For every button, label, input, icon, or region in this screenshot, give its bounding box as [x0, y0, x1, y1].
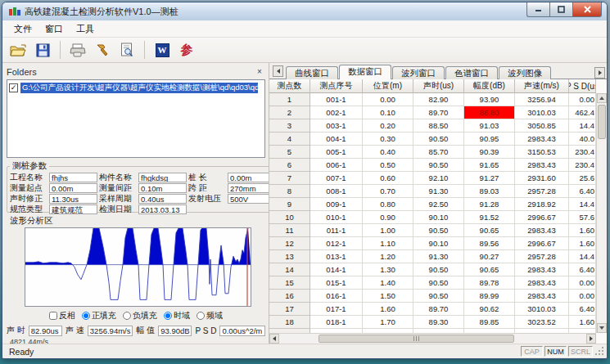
print-button[interactable] [67, 40, 88, 61]
table-cell[interactable]: 91.30 [413, 185, 464, 198]
table-cell[interactable]: 1.40 [363, 276, 413, 290]
row-header-cell[interactable]: 11 [269, 224, 310, 237]
tree-item-checkbox[interactable]: ✓ [9, 83, 18, 92]
param-value[interactable]: 0.00m [228, 173, 273, 182]
scroll-right-button[interactable] [586, 334, 596, 344]
table-row[interactable]: 17017-11.6089.7090.623010.036.40 [269, 303, 596, 316]
table-cell[interactable]: 89.70 [413, 303, 464, 316]
table-cell[interactable]: 88.50 [413, 119, 464, 133]
row-header-cell[interactable]: 9 [269, 198, 310, 211]
invert-checkbox[interactable]: 反相 [49, 310, 75, 321]
param-value[interactable]: 0.40us [138, 194, 187, 204]
row-header-cell[interactable]: 16 [269, 290, 310, 303]
table-cell[interactable]: 004-1 [310, 133, 363, 146]
table-row[interactable]: 2002-10.1089.7086.803010.03462.4 [269, 106, 596, 119]
param-value[interactable]: 0.10m [138, 183, 187, 193]
tab-色谱窗口[interactable]: 色谱窗口 [445, 66, 498, 79]
table-cell[interactable]: 1.60 [569, 237, 596, 250]
menu-file[interactable]: 文件 [7, 21, 38, 37]
table-cell[interactable]: 1.30 [363, 263, 413, 276]
readout-value[interactable]: 82.90us [29, 326, 62, 336]
row-header-cell[interactable]: 13 [269, 250, 310, 263]
param-value[interactable]: fhjhs [49, 173, 97, 182]
table-cell[interactable]: 90.50 [413, 276, 464, 290]
table-cell[interactable]: 90.95 [464, 133, 515, 146]
param-value[interactable]: 11.30us [49, 194, 97, 204]
table-cell[interactable]: 90.10 [413, 237, 464, 250]
preview-button[interactable] [116, 40, 138, 61]
table-cell[interactable]: 1.60 [363, 303, 413, 316]
table-cell[interactable]: 017-1 [310, 303, 363, 316]
tab-曲线窗口[interactable]: 曲线窗口 [286, 66, 338, 79]
table-cell[interactable]: 3010.03 [515, 303, 569, 316]
table-cell[interactable]: 006-1 [310, 159, 363, 172]
table-cell[interactable]: 0.60 [363, 172, 413, 185]
table-cell[interactable]: 6.40 [569, 185, 596, 198]
table-row[interactable]: 12012-11.1090.1089.562996.671.60 [269, 237, 596, 250]
table-cell[interactable]: 1.70 [363, 316, 413, 329]
table-cell[interactable]: 86.80 [464, 106, 515, 119]
readout-value[interactable]: 3256.94m/s [88, 326, 133, 336]
row-header-cell[interactable]: 7 [269, 172, 310, 185]
table-cell[interactable]: 008-1 [310, 185, 363, 198]
table-row[interactable]: 15015-11.4090.5089.782983.430.00 [269, 276, 596, 290]
fill-option-0[interactable]: 正填充 [82, 310, 116, 321]
table-cell[interactable]: 0.10 [363, 106, 413, 119]
table-row[interactable]: 4004-10.3090.5090.952983.4340.0 [269, 133, 596, 146]
table-cell[interactable]: 92.50 [413, 198, 464, 211]
table-cell[interactable]: 1.00 [363, 224, 413, 237]
table-row[interactable]: 1001-10.0082.9093.903256.940.00 [269, 93, 596, 106]
table-cell[interactable]: 462.4 [569, 106, 596, 119]
tab-波列图像[interactable]: 波列图像 [499, 66, 551, 79]
table-cell[interactable]: 001-1 [310, 93, 363, 106]
table-row[interactable]: 11011-11.0090.5090.652983.431.60 [269, 224, 596, 237]
row-header-cell[interactable]: 2 [269, 106, 310, 119]
horizontal-scroll-thumb[interactable] [319, 335, 514, 343]
table-cell[interactable]: 14.4 [569, 250, 596, 263]
table-cell[interactable]: 0.00 [569, 93, 596, 106]
fill-option-0-input[interactable] [82, 312, 90, 320]
table-cell[interactable]: 89.70 [413, 106, 464, 119]
table-row[interactable]: 10010-10.9090.1091.522996.6757.6 [269, 211, 596, 224]
param-value[interactable]: 0.00m [49, 183, 97, 193]
readout-value[interactable]: 0.00us^2/m [219, 326, 265, 336]
tab-scroll-left-button[interactable] [273, 65, 283, 77]
table-cell[interactable]: 90.27 [464, 250, 515, 263]
scroll-up-button[interactable] [597, 93, 607, 103]
table-cell[interactable]: 230.4 [569, 146, 596, 159]
table-cell[interactable]: 1.60 [569, 316, 596, 329]
table-row[interactable]: 18018-11.7089.3089.853023.521.60 [269, 316, 596, 329]
domain-option-1-input[interactable] [197, 312, 205, 320]
table-cell[interactable]: 6.40 [569, 303, 596, 316]
tab-scroll-right-button[interactable] [594, 67, 605, 79]
word-export-button[interactable]: W [151, 40, 173, 61]
table-cell[interactable]: 90.50 [413, 290, 464, 303]
tree-item-label[interactable]: G:\公司产品设计开发\超声仪器\超声仪实地检测数据\测桩\qd\qd03\qd… [20, 83, 258, 93]
table-cell[interactable]: 3256.94 [515, 93, 569, 106]
table-cell[interactable]: 2931.60 [515, 172, 569, 185]
folders-close-button[interactable]: × [254, 66, 265, 77]
vertical-scrollbar[interactable] [596, 93, 607, 333]
table-cell[interactable]: 011-1 [310, 224, 363, 237]
table-cell[interactable]: 91.30 [413, 250, 464, 263]
save-button[interactable] [32, 40, 53, 61]
readout-value[interactable]: 93.90dB [158, 326, 192, 336]
table-cell[interactable]: 91.65 [464, 159, 515, 172]
table-cell[interactable]: 2918.92 [515, 198, 569, 211]
column-header[interactable]: 幅度(dB) [464, 79, 515, 93]
table-cell[interactable]: 90.50 [413, 133, 464, 146]
scroll-left-button[interactable] [269, 334, 279, 344]
menu-tools[interactable]: 工具 [70, 21, 101, 37]
table-cell[interactable]: 2983.43 [515, 224, 569, 237]
table-cell[interactable]: 012-1 [310, 237, 363, 250]
table-cell[interactable]: 0.40 [363, 146, 413, 159]
table-cell[interactable]: 89.99 [464, 290, 515, 303]
vertical-scroll-thumb[interactable] [598, 105, 606, 139]
table-row[interactable]: 9009-10.8092.5091.282918.9214.4 [269, 198, 596, 211]
column-header[interactable]: 声速(m/s) [515, 79, 569, 93]
table-cell[interactable]: 005-1 [310, 146, 363, 159]
domain-option-0[interactable]: 时域 [164, 310, 190, 321]
table-cell[interactable]: 009-1 [310, 198, 363, 211]
table-cell[interactable]: 90.62 [464, 303, 515, 316]
table-cell[interactable]: 2996.67 [515, 211, 569, 224]
